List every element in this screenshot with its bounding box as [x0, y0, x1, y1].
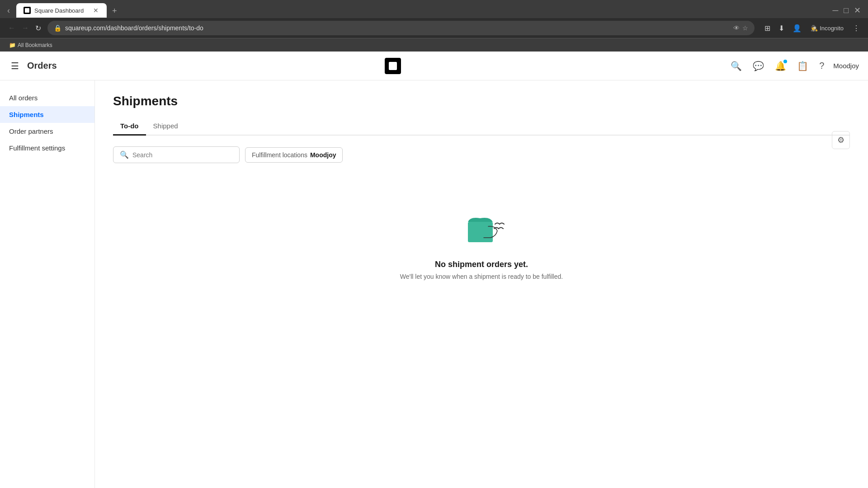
downloads-button[interactable]: ⬇	[776, 22, 787, 34]
user-name[interactable]: Moodjoy	[833, 62, 859, 70]
extensions-button[interactable]: ⊞	[762, 22, 773, 34]
header-left: ☰ Orders	[9, 59, 57, 73]
tabs-row: To-do Shipped	[113, 117, 850, 136]
square-logo	[385, 58, 401, 74]
sidebar-item-shipments[interactable]: Shipments	[0, 106, 94, 123]
search-button[interactable]: 🔍	[729, 59, 744, 73]
help-button[interactable]: ?	[817, 59, 826, 73]
tab-close-button[interactable]: ✕	[92, 7, 99, 14]
sidebar-item-label: Order partners	[9, 127, 53, 135]
notification-dot	[783, 60, 787, 63]
content-area: Shipments To-do Shipped 🔍 Fulfillment lo…	[95, 80, 868, 488]
tab-shipped[interactable]: Shipped	[146, 117, 185, 136]
sidebar-item-label: Shipments	[9, 111, 44, 118]
app-header: ☰ Orders 🔍 💬 🔔 📋 ? Moodjoy	[0, 52, 868, 80]
browser-right-controls: ⊞ ⬇ 👤 🕵 Incognito ⋮	[762, 22, 863, 34]
tab-to-do-label: To-do	[120, 122, 139, 130]
sidebar-item-fulfillment-settings[interactable]: Fulfillment settings	[0, 140, 94, 156]
lock-icon: 🔒	[54, 24, 61, 32]
close-window-button[interactable]: ✕	[851, 5, 863, 16]
fulfillment-filter-label: Fulfillment locations	[252, 151, 307, 159]
search-icon: 🔍	[120, 150, 129, 159]
empty-state-title: No shipment orders yet.	[435, 260, 528, 269]
address-bar[interactable]: 🔒 squareup.com/dashboard/orders/shipment…	[47, 21, 755, 35]
incognito-button[interactable]: 🕵 Incognito	[807, 23, 847, 33]
incognito-icon: 🕵	[811, 25, 818, 32]
tab-title: Square Dashboard	[34, 7, 89, 14]
main-layout: All orders Shipments Order partners Fulf…	[0, 80, 868, 488]
search-input[interactable]	[132, 151, 233, 159]
empty-illustration	[454, 208, 509, 249]
sidebar-item-label: All orders	[9, 94, 38, 102]
reports-button[interactable]: 📋	[795, 59, 810, 73]
search-box[interactable]: 🔍	[113, 146, 240, 163]
header-logo	[57, 58, 729, 74]
tab-back-button[interactable]: ‹	[5, 5, 13, 16]
tabs-bar: Square Dashboard ✕ +	[16, 3, 423, 18]
back-button[interactable]: ←	[5, 22, 18, 34]
app-title: Orders	[27, 61, 57, 71]
sidebar: All orders Shipments Order partners Fulf…	[0, 80, 95, 488]
fulfillment-filter-value: Moodjoy	[310, 151, 336, 159]
new-tab-button[interactable]: +	[108, 5, 121, 18]
forward-button[interactable]: →	[19, 22, 32, 34]
browser-tab-active[interactable]: Square Dashboard ✕	[16, 3, 107, 18]
svg-rect-0	[468, 222, 493, 242]
notifications-button[interactable]: 🔔	[773, 59, 788, 73]
messages-button[interactable]: 💬	[751, 59, 766, 73]
more-options-button[interactable]: ⋮	[850, 22, 863, 34]
folder-icon: 📁	[9, 42, 16, 48]
browser-nav-controls: ‹	[5, 5, 13, 16]
browser-address-bar: ← → ↻ 🔒 squareup.com/dashboard/orders/sh…	[0, 18, 868, 38]
sidebar-item-label: Fulfillment settings	[9, 144, 65, 152]
fulfillment-locations-filter[interactable]: Fulfillment locations Moodjoy	[245, 147, 343, 163]
tab-to-do[interactable]: To-do	[113, 117, 146, 136]
minimize-button[interactable]: ─	[830, 5, 841, 16]
empty-state: No shipment orders yet. We'll let you kn…	[113, 181, 850, 298]
bookmarks-folder[interactable]: 📁 All Bookmarks	[5, 41, 56, 49]
address-nav: ← → ↻	[5, 22, 44, 34]
app-container: ☰ Orders 🔍 💬 🔔 📋 ? Moodjoy All orders	[0, 52, 868, 488]
sidebar-item-all-orders[interactable]: All orders	[0, 89, 94, 106]
browser-chrome: ‹ Square Dashboard ✕ + ─ □ ✕ ← → ↻ 🔒 squ…	[0, 0, 868, 52]
empty-state-description: We'll let you know when a shipment is re…	[400, 273, 563, 280]
hamburger-menu-button[interactable]: ☰	[9, 59, 21, 73]
incognito-label: Incognito	[820, 25, 844, 32]
bookmarks-bar: 📁 All Bookmarks	[0, 38, 868, 52]
maximize-button[interactable]: □	[841, 5, 851, 16]
page-title: Shipments	[113, 94, 850, 108]
profile-button[interactable]: 👤	[790, 22, 804, 34]
sidebar-item-order-partners[interactable]: Order partners	[0, 123, 94, 140]
address-url: squareup.com/dashboard/orders/shipments/…	[65, 24, 730, 32]
settings-gear-button[interactable]: ⚙	[832, 131, 850, 149]
refresh-button[interactable]: ↻	[33, 22, 44, 34]
tab-shipped-label: Shipped	[153, 122, 178, 130]
star-icon[interactable]: ☆	[742, 24, 748, 32]
header-right: 🔍 💬 🔔 📋 ? Moodjoy	[729, 59, 859, 73]
filters-row: 🔍 Fulfillment locations Moodjoy	[113, 146, 850, 163]
eye-off-icon: 👁	[733, 24, 740, 32]
browser-title-bar: ‹ Square Dashboard ✕ + ─ □ ✕	[0, 0, 868, 18]
shipment-svg	[454, 208, 509, 249]
tab-favicon	[24, 7, 31, 14]
square-logo-inner	[389, 62, 397, 70]
bookmarks-label: All Bookmarks	[18, 42, 52, 48]
address-icons: 👁 ☆	[733, 24, 748, 32]
